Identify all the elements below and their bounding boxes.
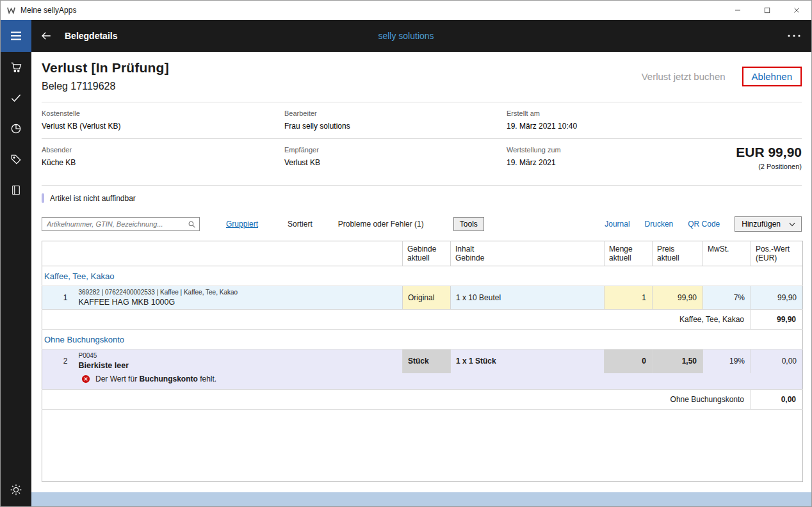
field-value: Küche KB	[42, 158, 284, 167]
row-number: 2	[42, 350, 74, 373]
maximize-button[interactable]	[752, 1, 782, 20]
journal-link[interactable]: Journal	[605, 220, 629, 229]
subtotal-row-kaffee: Kaffee, Tee, Kakao 99,90	[42, 310, 803, 330]
reject-button[interactable]: Ablehnen	[742, 67, 802, 86]
close-button[interactable]	[782, 1, 811, 20]
sidebar-item-approvals[interactable]	[1, 83, 31, 113]
search-input[interactable]	[47, 220, 188, 228]
fields-row-1: Kostenstelle Verlust KB (Verlust KB) Bea…	[42, 102, 802, 139]
article-name: Bierkiste leer	[79, 361, 398, 370]
sidebar	[1, 52, 31, 506]
col-article-header	[74, 241, 403, 266]
content-area: Verlust [In Prüfung] Beleg 17119628 Verl…	[31, 52, 811, 506]
group-header-ohne-buchungskonto[interactable]: Ohne Buchungskonto	[42, 330, 803, 350]
tag-icon	[10, 153, 22, 166]
sidebar-item-reports[interactable]	[1, 113, 31, 144]
window-title: Meine sellyApps	[20, 6, 76, 15]
gebinde-cell[interactable]: Original	[403, 286, 451, 310]
mwst-cell: 7%	[703, 286, 751, 310]
table-row-1[interactable]: 1 369282 | 07622400002533 | Kaffee | Kaf…	[42, 286, 803, 310]
cart-icon	[10, 61, 22, 74]
legend-color-swatch	[42, 193, 44, 203]
field-value: Verlust KB	[284, 158, 507, 167]
add-button-label: Hinzufügen	[742, 220, 781, 229]
inhalt-cell[interactable]: 1 x 10 Beutel	[451, 286, 605, 310]
document-total: EUR 99,90 (2 Positionen)	[736, 145, 802, 170]
sidebar-item-cart[interactable]	[1, 52, 31, 83]
error-message: Der Wert für Buchungskonto fehlt.	[95, 374, 216, 383]
field-absender: Absender Küche KB	[42, 146, 284, 177]
window-controls	[723, 1, 811, 20]
field-label: Empfänger	[284, 146, 507, 154]
row-number: 1	[42, 286, 74, 310]
field-label: Kostenstelle	[42, 109, 284, 117]
table-empty-space	[42, 409, 803, 481]
field-value: Verlust KB (Verlust KB)	[42, 122, 284, 131]
field-value: Frau selly solutions	[284, 122, 507, 131]
sidebar-item-settings[interactable]	[1, 474, 31, 505]
subtotal-label: Kaffee, Tee, Kakao	[42, 310, 751, 330]
pie-chart-icon	[10, 122, 22, 135]
book-loss-button[interactable]: Verlust jetzt buchen	[642, 71, 726, 82]
inhalt-cell[interactable]: 1 x 1 Stück	[451, 350, 605, 373]
hamburger-icon	[10, 31, 22, 40]
field-empfaenger: Empfänger Verlust KB	[284, 146, 507, 177]
article-meta: P0045	[79, 352, 398, 359]
col-gebinde-header: Gebinde aktuell	[403, 241, 451, 266]
items-toolbar: Gruppiert Sortiert Probleme oder Fehler …	[42, 216, 802, 232]
col-wert-header: Pos.-Wert (EUR)	[751, 241, 803, 266]
table-row-2[interactable]: 2 P0045 Bierkiste leer Stück 1 x 1 Stück…	[42, 350, 803, 373]
more-options-button[interactable]	[787, 34, 801, 38]
col-menge-header: Menge aktuell	[605, 241, 653, 266]
preis-cell[interactable]: 99,90	[653, 286, 703, 310]
article-meta: 369282 | 07622400002533 | Kaffee | Kaffe…	[79, 289, 398, 296]
sidebar-item-labels[interactable]	[1, 144, 31, 175]
tools-button[interactable]: Tools	[453, 217, 484, 231]
book-icon	[10, 184, 22, 197]
bottom-status-strip	[31, 492, 811, 506]
subtotal-label: Ohne Buchungskonto	[42, 389, 751, 409]
col-mwst-header: MwSt.	[703, 241, 751, 266]
grouped-toggle[interactable]: Gruppiert	[226, 220, 258, 229]
field-label: Absender	[42, 146, 284, 154]
arrow-left-icon	[40, 30, 53, 42]
article-cell[interactable]: 369282 | 07622400002533 | Kaffee | Kaffe…	[74, 286, 403, 310]
pos-wert-cell: 0,00	[751, 350, 803, 373]
field-label: Bearbeiter	[284, 109, 507, 117]
mwst-cell: 19%	[703, 350, 751, 373]
search-icon[interactable]	[188, 220, 196, 229]
problems-filter[interactable]: Probleme oder Fehler (1)	[338, 220, 424, 229]
back-button[interactable]	[40, 30, 53, 42]
sorted-toggle[interactable]: Sortiert	[288, 220, 313, 229]
field-erstellt-am: Erstellt am 19. März 2021 10:40	[507, 109, 802, 131]
article-cell[interactable]: P0045 Bierkiste leer	[74, 350, 403, 373]
more-icon	[787, 34, 801, 38]
add-dropdown-button[interactable]: Hinzufügen	[735, 216, 802, 232]
app-header: Belegdetails selly solutions	[1, 20, 811, 52]
error-row: Der Wert für Buchungskonto fehlt.	[42, 373, 803, 390]
group-header-kaffee[interactable]: Kaffee, Tee, Kakao	[42, 266, 803, 286]
gebinde-cell[interactable]: Stück	[403, 350, 451, 373]
checkmark-icon	[10, 92, 22, 104]
legend-label: Artikel ist nicht auffindbar	[50, 194, 136, 203]
search-box	[42, 217, 200, 231]
article-name: KAFFEE HAG MKB 1000G	[79, 298, 398, 307]
app-window: Meine sellyApps Belegdetails selly so	[0, 0, 812, 507]
col-inhalt-header: Inhalt Gebinde	[451, 241, 605, 266]
positions-table: Gebinde aktuell Inhalt Gebinde Menge akt…	[42, 241, 803, 482]
field-kostenstelle: Kostenstelle Verlust KB (Verlust KB)	[42, 109, 284, 131]
gear-icon	[10, 483, 22, 496]
qr-code-link[interactable]: QR Code	[688, 220, 720, 229]
sidebar-item-journal[interactable]	[1, 175, 31, 205]
menge-cell[interactable]: 1	[605, 286, 653, 310]
subtotal-row-ohne-buchungskonto: Ohne Buchungskonto 0,00	[42, 389, 803, 409]
minimize-button[interactable]	[723, 1, 752, 20]
preis-cell[interactable]: 1,50	[653, 350, 703, 373]
subtotal-value: 0,00	[751, 389, 803, 409]
print-link[interactable]: Drucken	[645, 220, 674, 229]
toolbar-right: Journal Drucken QR Code Hinzufügen	[605, 216, 802, 232]
hamburger-menu-button[interactable]	[1, 20, 31, 52]
menge-cell[interactable]: 0	[605, 350, 653, 373]
fields-row-2: Absender Küche KB Empfänger Verlust KB W…	[42, 139, 802, 186]
document-actions: Verlust jetzt buchen Ablehnen	[642, 67, 802, 86]
